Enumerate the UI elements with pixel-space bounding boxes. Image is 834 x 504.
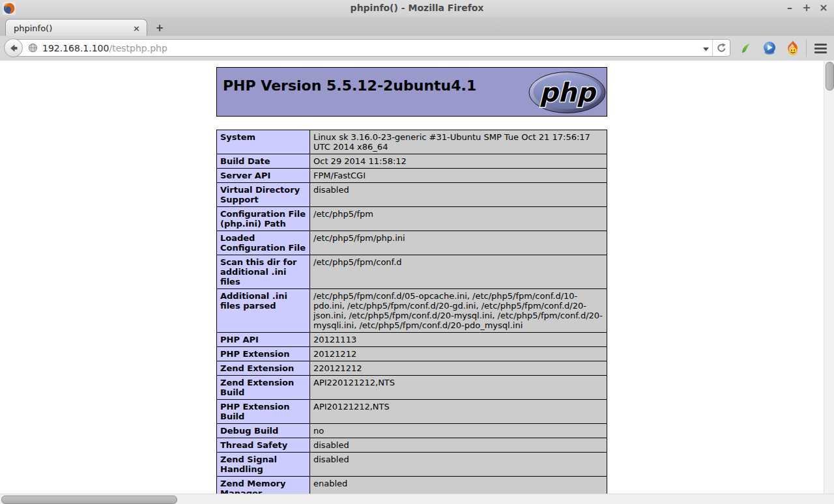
- table-row: Thread Safetydisabled: [217, 438, 607, 453]
- hamburger-icon: [814, 44, 827, 53]
- tab-phpinfo[interactable]: phpinfo() ×: [5, 19, 147, 36]
- row-label: PHP Extension: [217, 347, 310, 361]
- toolbar-extensions: [734, 36, 834, 61]
- row-value: /etc/php5/fpm/php.ini: [310, 231, 607, 255]
- info-table-body: SystemLinux sk 3.16.0-23-generic #31-Ubu…: [217, 130, 607, 494]
- row-value: disabled: [310, 438, 607, 453]
- horizontal-scrollbar-thumb[interactable]: [1, 496, 177, 504]
- table-row: SystemLinux sk 3.16.0-23-generic #31-Ubu…: [217, 130, 607, 154]
- row-label: Build Date: [217, 154, 310, 169]
- table-row: Zend Memory Managerenabled: [217, 477, 607, 494]
- row-label: PHP API: [217, 333, 310, 347]
- play-extension-button[interactable]: [758, 38, 781, 58]
- row-label: Zend Extension: [217, 361, 310, 376]
- hola-extension-button[interactable]: [781, 38, 805, 58]
- php-logo-text: php: [539, 77, 597, 107]
- play-icon: [762, 40, 777, 56]
- row-label: Scan this dir for additional .ini files: [217, 255, 310, 289]
- row-label: Zend Memory Manager: [217, 477, 310, 494]
- menu-button[interactable]: [808, 38, 833, 58]
- row-label: Thread Safety: [217, 438, 310, 453]
- page-content: PHP Version 5.5.12-2ubuntu4.1 php: [0, 61, 824, 494]
- table-row: Scan this dir for additional .ini files/…: [217, 255, 607, 289]
- row-value: /etc/php5/fpm/conf.d: [310, 255, 607, 289]
- minimize-button[interactable]: –: [784, 1, 795, 14]
- table-row: Server APIFPM/FastCGI: [217, 169, 607, 183]
- table-row: Zend Extension BuildAPI220121212,NTS: [217, 376, 607, 400]
- row-value: 220121212: [310, 361, 607, 376]
- tab-label: phpinfo(): [6, 23, 126, 33]
- row-value: API20121212,NTS: [310, 400, 607, 424]
- leaf-extension-button[interactable]: [734, 38, 758, 58]
- row-value: no: [310, 424, 607, 438]
- chevron-down-icon: [703, 48, 709, 51]
- url-text[interactable]: 192.168.1.100/testphp.php: [42, 43, 699, 53]
- phpinfo-container: PHP Version 5.5.12-2ubuntu4.1 php: [216, 67, 607, 494]
- window-controls: – + ×: [784, 1, 829, 14]
- table-row: Zend Extension220121212: [217, 361, 607, 376]
- row-label: Virtual Directory Support: [217, 183, 310, 207]
- url-dropdown-button[interactable]: [699, 42, 712, 54]
- tab-close-icon[interactable]: ×: [126, 23, 147, 33]
- row-value: 20121212: [310, 347, 607, 361]
- table-row: Zend Signal Handlingdisabled: [217, 453, 607, 477]
- table-row: Additional .ini files parsed/etc/php5/fp…: [217, 289, 607, 333]
- reload-button[interactable]: [712, 40, 730, 56]
- row-label: Loaded Configuration File: [217, 231, 310, 255]
- php-info-table: SystemLinux sk 3.16.0-23-generic #31-Ubu…: [216, 130, 607, 494]
- row-value: disabled: [310, 183, 607, 207]
- window-title: phpinfo() - Mozilla Firefox: [0, 3, 834, 13]
- row-value: disabled: [310, 453, 607, 477]
- table-row: Virtual Directory Supportdisabled: [217, 183, 607, 207]
- maximize-button[interactable]: +: [801, 1, 812, 14]
- new-tab-button[interactable]: +: [151, 22, 168, 35]
- flame-face-icon: [785, 40, 801, 56]
- row-value: enabled: [310, 477, 607, 494]
- row-value: API220121212,NTS: [310, 376, 607, 400]
- row-value: /etc/php5/fpm: [310, 207, 607, 231]
- url-host: 192.168.1.100: [42, 43, 109, 53]
- url-bar[interactable]: 192.168.1.100/testphp.php: [13, 39, 730, 57]
- close-button[interactable]: ×: [818, 1, 829, 14]
- table-row: Loaded Configuration File/etc/php5/fpm/p…: [217, 231, 607, 255]
- leaf-icon: [740, 42, 752, 54]
- vertical-scrollbar[interactable]: [824, 61, 834, 494]
- title-bar: phpinfo() - Mozilla Firefox – + ×: [0, 0, 834, 18]
- row-value: FPM/FastCGI: [310, 169, 607, 183]
- table-row: PHP Extension20121212: [217, 347, 607, 361]
- row-value: /etc/php5/fpm/conf.d/05-opcache.ini, /et…: [310, 289, 607, 333]
- row-label: System: [217, 130, 310, 154]
- row-value: 20121113: [310, 333, 607, 347]
- navigation-toolbar: 192.168.1.100/testphp.php: [0, 36, 834, 61]
- php-logo: php: [528, 72, 606, 113]
- table-row: Build DateOct 29 2014 11:58:12: [217, 154, 607, 169]
- row-value: Oct 29 2014 11:58:12: [310, 154, 607, 169]
- table-row: PHP API20121113: [217, 333, 607, 347]
- table-row: PHP Extension BuildAPI20121212,NTS: [217, 400, 607, 424]
- horizontal-scrollbar[interactable]: [0, 494, 834, 504]
- globe-icon: [28, 43, 38, 53]
- vertical-scrollbar-thumb[interactable]: [826, 62, 834, 91]
- php-version-header: PHP Version 5.5.12-2ubuntu4.1 php: [216, 67, 607, 117]
- row-label: Debug Build: [217, 424, 310, 438]
- tab-bar: phpinfo() × +: [0, 17, 834, 36]
- back-button[interactable]: [4, 38, 23, 57]
- table-row: Debug Buildno: [217, 424, 607, 438]
- row-label: Configuration File (php.ini) Path: [217, 207, 310, 231]
- row-label: Zend Extension Build: [217, 376, 310, 400]
- row-label: Zend Signal Handling: [217, 453, 310, 477]
- row-label: Additional .ini files parsed: [217, 289, 310, 333]
- url-path: /testphp.php: [109, 43, 167, 53]
- browser-window: phpinfo() - Mozilla Firefox – + × phpinf…: [0, 0, 834, 504]
- back-arrow-icon: [8, 43, 19, 53]
- row-value: Linux sk 3.16.0-23-generic #31-Ubuntu SM…: [310, 130, 607, 154]
- row-label: Server API: [217, 169, 310, 183]
- toolbar-separator: [806, 40, 807, 57]
- reload-icon: [717, 43, 726, 53]
- row-label: PHP Extension Build: [217, 400, 310, 424]
- table-row: Configuration File (php.ini) Path/etc/ph…: [217, 207, 607, 231]
